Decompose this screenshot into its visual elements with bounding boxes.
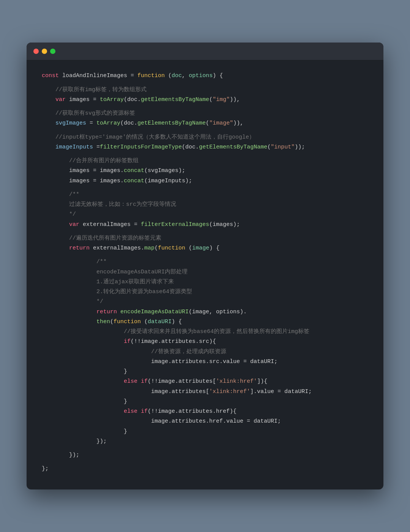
code-line-empty [42,129,368,133]
code-line: const loadAndInlineImages = function (do… [42,71,368,81]
code-line: //合并所有图片的标签数组 [42,156,368,166]
code-line: //遍历迭代所有图片资源的标签元素 [42,234,368,243]
code-line: }); [42,450,368,460]
code-line-empty [42,152,368,156]
code-line: then(function (dataURI) { [42,317,368,327]
code-line-empty [42,253,368,257]
code-line-empty [42,230,368,234]
code-line: 过滤无效标签，比如：src为空字段等情况 [42,200,368,210]
code-line: else if(!!image.attributes['xlink:href']… [42,377,368,387]
code-line: }; [42,464,368,474]
editor-window: const loadAndInlineImages = function (do… [27,43,383,489]
code-line: } [42,427,368,437]
code-line: //接受请求回来并且转换为base64的资源，然后替换所有的图片img标签 [42,327,368,337]
code-line: else if(!!image.attributes.href){ [42,407,368,417]
code-line: } [42,397,368,407]
code-line: } [42,367,368,377]
maximize-button[interactable] [50,49,55,54]
code-line: */ [42,297,368,307]
code-line: image.attributes.href.value = dataURI; [42,417,368,426]
code-line-empty [42,81,368,85]
code-line: var images = toArray(doc.getElementsByTa… [42,95,368,105]
code-line: //替换资源，处理成内联资源 [42,347,368,357]
code-editor[interactable]: const loadAndInlineImages = function (do… [27,60,383,489]
code-line: //input框type='image'的情况（大多数人不知道这个用法，自行go… [42,133,368,142]
code-line-empty [42,447,368,450]
code-line: svgImages = toArray(doc.getElementsByTag… [42,118,368,128]
code-line: image.attributes['xlink:href'].value = d… [42,387,368,397]
code-line: 2.转化为图片资源为base64资源类型 [42,287,368,297]
code-line: //获取所有img标签，转为数组形式 [42,85,368,95]
code-line: encodeImageAsDataURI内部处理 [42,267,368,277]
code-line: imageInputs =filterInputsForImageType(do… [42,142,368,152]
code-line: /** [42,257,368,267]
code-line: 1.通过ajax获取图片请求下来 [42,277,368,287]
code-line: */ [42,210,368,219]
code-line: images = images.concat(imageInputs); [42,176,368,186]
code-line: image.attributes.src.value = dataURI; [42,357,368,367]
code-line: if(!!image.attributes.src){ [42,337,368,347]
code-line: images = images.concat(svgImages); [42,166,368,176]
code-line: //获取所有svg形式的资源标签 [42,109,368,118]
minimize-button[interactable] [42,49,47,54]
code-line-empty [42,460,368,464]
code-line: var externalImages = filterExternalImage… [42,220,368,230]
code-line-empty [42,186,368,190]
code-line-empty [42,105,368,109]
code-line: }); [42,437,368,447]
code-line: /** [42,190,368,200]
close-button[interactable] [33,49,39,54]
code-line: return encodeImageAsDataURI(image, optio… [42,307,368,317]
titlebar [27,43,383,60]
code-line: return externalImages.map(function (imag… [42,243,368,253]
